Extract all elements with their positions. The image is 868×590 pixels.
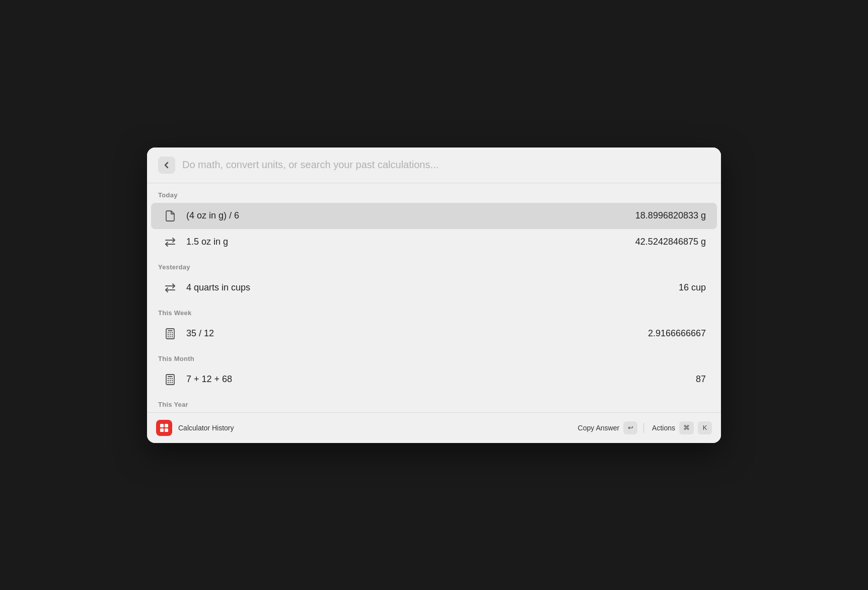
spotlight-window: Do math, convert units, or search your p… (147, 148, 721, 443)
item-result: 87 (696, 374, 706, 385)
calculator-icon (162, 326, 178, 342)
item-result: 42.5242846875 g (635, 237, 706, 247)
actions-label: Actions (652, 424, 675, 432)
svg-rect-27 (165, 424, 168, 427)
section-year: This Year (147, 393, 721, 412)
item-expression: 4 quarts in cups (186, 282, 671, 293)
cmd-key-icon: ⌘ (683, 424, 690, 431)
history-item[interactable]: 35 / 12 2.9166666667 (151, 321, 717, 347)
svg-rect-28 (160, 428, 164, 432)
footer-app-label: Calculator History (178, 424, 572, 432)
section-yesterday: Yesterday (147, 255, 721, 275)
enter-key-badge: ↩ (623, 421, 637, 434)
footer: Calculator History Copy Answer ↩ Actions… (147, 412, 721, 443)
svg-rect-26 (160, 424, 164, 427)
k-key-label: K (703, 424, 707, 431)
divider (643, 423, 644, 433)
copy-answer-label: Copy Answer (578, 424, 619, 432)
results-area: Today (4 oz in g) / 6 18.8996820833 g (147, 183, 721, 412)
search-bar: Do math, convert units, or search your p… (147, 148, 721, 183)
section-today: Today (147, 183, 721, 203)
document-icon (162, 208, 178, 224)
item-expression: 7 + 12 + 68 (186, 374, 688, 385)
convert-icon (162, 234, 178, 250)
history-item[interactable]: (4 oz in g) / 6 18.8996820833 g (151, 203, 717, 229)
back-button[interactable] (158, 157, 175, 174)
item-expression: 35 / 12 (186, 328, 640, 339)
convert-icon (162, 280, 178, 296)
item-result: 16 cup (679, 282, 706, 293)
cmd-key-badge: ⌘ (679, 421, 694, 434)
app-icon (156, 420, 172, 436)
footer-actions: Copy Answer ↩ Actions ⌘ K (578, 421, 712, 434)
svg-rect-29 (165, 428, 168, 432)
calculator-icon (162, 372, 178, 388)
enter-key-icon: ↩ (628, 424, 633, 431)
item-result: 18.8996820833 g (635, 210, 706, 221)
history-item[interactable]: 4 quarts in cups 16 cup (151, 275, 717, 301)
item-expression: 1.5 oz in g (186, 237, 627, 247)
history-item[interactable]: 7 + 12 + 68 87 (151, 366, 717, 393)
section-month: This Month (147, 347, 721, 366)
section-week: This Week (147, 301, 721, 321)
item-result: 2.9166666667 (648, 328, 706, 339)
search-placeholder[interactable]: Do math, convert units, or search your p… (182, 159, 439, 171)
item-expression: (4 oz in g) / 6 (186, 210, 627, 221)
k-key-badge: K (698, 421, 712, 434)
history-item[interactable]: 1.5 oz in g 42.5242846875 g (151, 229, 717, 255)
